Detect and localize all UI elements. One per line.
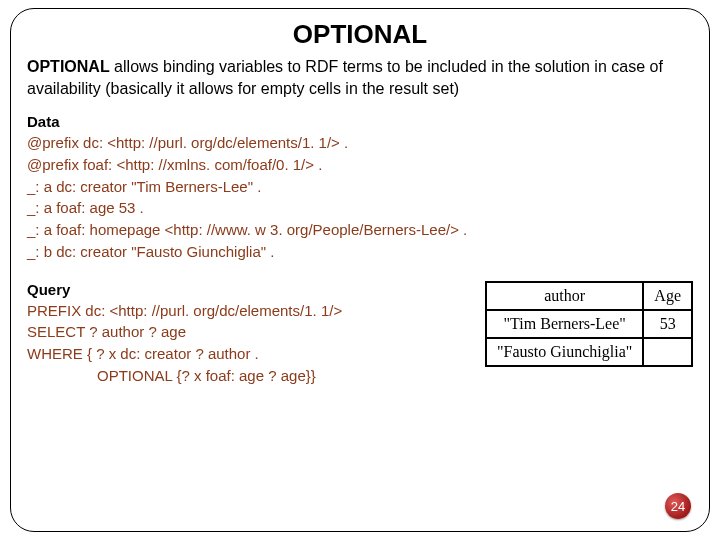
query-block: PREFIX dc: <http: //purl. org/dc/element… [27, 300, 467, 387]
data-line: _: a foaf: age 53 . [27, 197, 693, 219]
table-row: "Fausto Giunchiglia" [486, 338, 692, 366]
query-line: SELECT ? author ? age [27, 321, 467, 343]
data-line: _: a foaf: homepage <http: //www. w 3. o… [27, 219, 693, 241]
slide-title: OPTIONAL [27, 19, 693, 50]
result-table: author Age "Tim Berners-Lee" 53 "Fausto … [485, 281, 693, 367]
query-line: PREFIX dc: <http: //purl. org/dc/element… [27, 300, 467, 322]
col-header-age: Age [643, 282, 692, 310]
table-row: "Tim Berners-Lee" 53 [486, 310, 692, 338]
data-block: @prefix dc: <http: //purl. org/dc/elemen… [27, 132, 693, 263]
cell-age [643, 338, 692, 366]
intro-paragraph: OPTIONAL allows binding variables to RDF… [27, 56, 693, 99]
intro-text: allows binding variables to RDF terms to… [27, 58, 663, 97]
query-line: WHERE { ? x dc: creator ? author . [27, 343, 467, 365]
data-line: _: b dc: creator "Fausto Giunchiglia" . [27, 241, 693, 263]
bottom-row: Query PREFIX dc: <http: //purl. org/dc/e… [27, 281, 693, 387]
page-number-badge: 24 [665, 493, 691, 519]
slide-frame: OPTIONAL OPTIONAL allows binding variabl… [10, 8, 710, 532]
data-line: @prefix foaf: <http: //xmlns. com/foaf/0… [27, 154, 693, 176]
cell-age: 53 [643, 310, 692, 338]
result-table-wrap: author Age "Tim Berners-Lee" 53 "Fausto … [485, 281, 693, 367]
query-heading: Query [27, 281, 467, 298]
col-header-author: author [486, 282, 643, 310]
data-heading: Data [27, 113, 693, 130]
data-line: @prefix dc: <http: //purl. org/dc/elemen… [27, 132, 693, 154]
data-line: _: a dc: creator "Tim Berners-Lee" . [27, 176, 693, 198]
intro-keyword: OPTIONAL [27, 58, 110, 75]
query-line: OPTIONAL {? x foaf: age ? age}} [27, 365, 467, 387]
table-header-row: author Age [486, 282, 692, 310]
cell-author: "Fausto Giunchiglia" [486, 338, 643, 366]
cell-author: "Tim Berners-Lee" [486, 310, 643, 338]
query-column: Query PREFIX dc: <http: //purl. org/dc/e… [27, 281, 467, 387]
